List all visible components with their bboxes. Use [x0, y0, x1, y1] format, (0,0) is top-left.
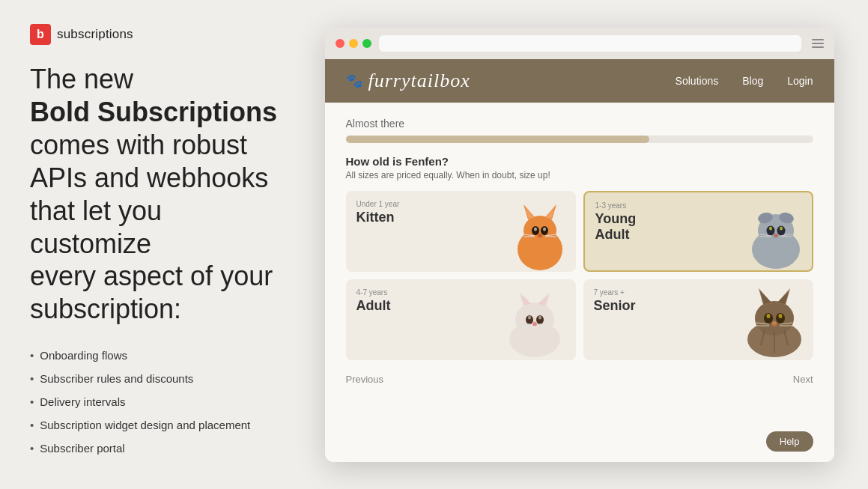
svg-point-55 — [766, 314, 770, 318]
url-bar[interactable] — [379, 35, 801, 52]
dot-close[interactable] — [336, 39, 345, 48]
feature-item-5: Subscriber portal — [30, 437, 285, 460]
headline-line2: Bold Subscriptions — [30, 97, 277, 127]
feature-item-2: Subscriber rules and discounts — [30, 367, 285, 390]
svg-point-58 — [772, 321, 777, 324]
browser-menu-icon[interactable] — [812, 39, 824, 48]
svg-point-1 — [523, 216, 556, 246]
adult-image — [486, 285, 576, 360]
svg-point-56 — [778, 314, 782, 318]
feature-item-3: Delivery intervals — [30, 390, 285, 413]
nav-solutions[interactable]: Solutions — [676, 75, 719, 87]
help-button[interactable]: Help — [766, 431, 813, 452]
headline-line1: The new — [30, 64, 133, 94]
previous-button[interactable]: Previous — [346, 371, 384, 388]
svg-point-9 — [543, 227, 546, 231]
browser-chrome — [325, 28, 834, 59]
headline-rest: comes with robustAPIs and webhooksthat l… — [30, 130, 273, 325]
young-adult-label: YoungAdult — [595, 211, 637, 243]
help-area: Help — [325, 431, 834, 462]
kitten-label: Kitten — [356, 210, 395, 225]
cat-card-senior[interactable]: 7 years + Senior — [583, 279, 813, 360]
question-subtitle: All sizes are priced equally. When in do… — [346, 170, 813, 180]
site-logo: 🐾 furrytailbox — [346, 70, 676, 92]
logo-area: b subscriptions — [30, 24, 285, 45]
features-list: Onboarding flows Subscriber rules and di… — [30, 344, 285, 460]
progress-bar-container — [346, 136, 813, 143]
svg-point-41 — [532, 321, 536, 324]
svg-point-11 — [538, 233, 541, 235]
site-bottom-nav: Previous Next — [346, 371, 813, 388]
nav-login[interactable]: Login — [787, 75, 813, 87]
svg-point-23 — [780, 226, 783, 230]
browser-window: 🐾 furrytailbox Solutions Blog Login Almo… — [325, 28, 834, 462]
feature-item-4: Subscription widget design and placement — [30, 413, 285, 437]
brand-letter: b — [37, 28, 44, 41]
svg-point-8 — [534, 227, 537, 231]
dot-maximize[interactable] — [362, 39, 371, 48]
svg-point-48 — [755, 301, 794, 335]
cat-card-young-adult[interactable]: 1-3 years YoungAdult — [583, 191, 813, 272]
cat-age-grid: Under 1 year Kitten — [346, 191, 813, 360]
headline-text: The new Bold Subscriptions comes with ro… — [30, 63, 285, 326]
young-adult-image — [722, 195, 812, 270]
browser-dots — [336, 39, 371, 48]
question-title: How old is Fenfen? — [346, 155, 813, 168]
nav-links: Solutions Blog Login — [676, 75, 813, 87]
senior-label: Senior — [594, 298, 636, 313]
feature-item-1: Onboarding flows — [30, 344, 285, 367]
svg-point-22 — [769, 226, 772, 230]
adult-label: Adult — [356, 298, 391, 313]
progress-label: Almost there — [346, 118, 813, 130]
senior-image — [723, 285, 813, 360]
site-nav: 🐾 furrytailbox Solutions Blog Login — [325, 59, 834, 103]
cat-card-adult[interactable]: 4-7 years Adult — [346, 279, 576, 360]
cat-card-kitten[interactable]: Under 1 year Kitten — [346, 191, 576, 272]
site-logo-text: furrytailbox — [368, 70, 470, 92]
right-panel: 🐾 furrytailbox Solutions Blog Login Almo… — [315, 0, 868, 489]
svg-point-38 — [528, 315, 531, 319]
brand-name: subscriptions — [57, 27, 133, 42]
dot-minimize[interactable] — [349, 39, 358, 48]
site-content: Almost there How old is Fenfen? All size… — [325, 103, 834, 431]
progress-bar-fill — [346, 136, 650, 143]
kitten-image — [486, 197, 576, 272]
left-panel: b subscriptions The new Bold Subscriptio… — [0, 0, 315, 489]
svg-point-39 — [538, 315, 541, 319]
svg-point-31 — [515, 303, 554, 337]
brand-icon: b — [30, 24, 51, 45]
nav-blog[interactable]: Blog — [742, 75, 763, 87]
next-button[interactable]: Next — [793, 371, 813, 388]
svg-point-25 — [774, 233, 777, 235]
paw-icon: 🐾 — [346, 73, 362, 89]
